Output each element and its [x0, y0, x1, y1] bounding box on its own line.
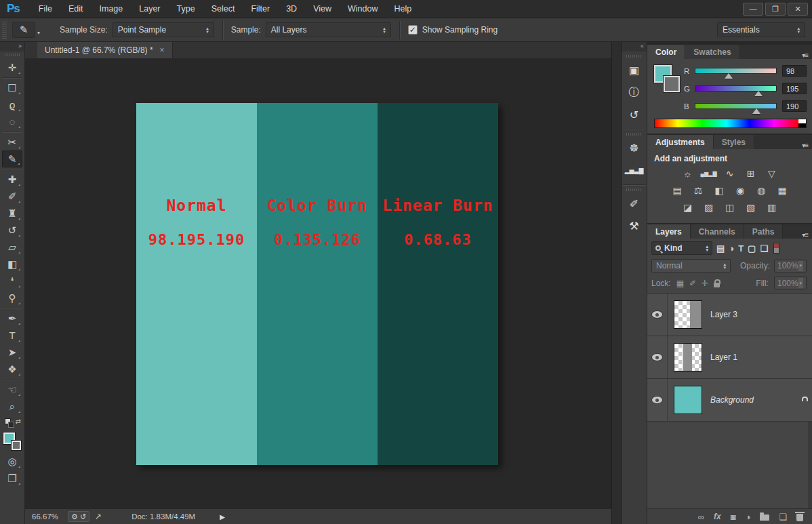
visibility-cell[interactable] [647, 336, 668, 378]
crop-tool[interactable]: ✂ [2, 134, 22, 150]
vibrance-icon[interactable]: ▽ [765, 167, 779, 180]
info-panel-icon[interactable]: ⓘ [624, 81, 645, 104]
add-layer-mask-icon[interactable]: ◙ [731, 512, 736, 522]
layer-name[interactable]: Background [710, 395, 754, 405]
eye-icon[interactable] [652, 354, 662, 361]
tool-preset-caret-icon[interactable]: ▾ [37, 30, 40, 36]
spectrum-endcaps[interactable] [798, 119, 806, 127]
workspace-dropdown[interactable]: Essentials ▴▾ [717, 22, 805, 37]
chevron-down-icon[interactable]: ▾ [798, 261, 803, 271]
screen-mode-button[interactable]: ❐ [2, 470, 22, 487]
color-spectrum-ramp[interactable] [654, 119, 807, 128]
delete-layer-icon[interactable] [796, 514, 803, 521]
spectrum-gradient[interactable] [655, 119, 798, 127]
menu-3d[interactable]: 3D [278, 4, 305, 14]
blend-panel-normal[interactable]: Normal 98.195.190 [136, 103, 257, 465]
menu-help[interactable]: Help [386, 4, 420, 14]
default-colors-widget[interactable]: ⇄ [3, 418, 21, 428]
lock-pixels-icon[interactable]: ✐ [689, 279, 696, 288]
menu-image[interactable]: Image [92, 4, 131, 14]
brush-tool[interactable]: ✐ [2, 188, 22, 205]
clone-stamp-tool[interactable]: ♜ [2, 205, 22, 222]
photo-filter-icon[interactable]: ◉ [733, 184, 748, 197]
toolbar-grip[interactable] [5, 54, 20, 56]
spot-healing-brush-tool[interactable]: ✚ [2, 171, 22, 188]
export-icon[interactable]: ↗ [95, 512, 102, 521]
minimize-button[interactable]: — [743, 3, 763, 16]
visibility-cell[interactable] [647, 294, 668, 336]
blue-value-field[interactable]: 190 [782, 100, 807, 112]
canvas-workspace[interactable]: Normal 98.195.190 Color Burn 0.135.126 L… [25, 58, 611, 508]
selective-color-icon[interactable]: ▥ [765, 201, 779, 214]
layer-thumbnail[interactable] [674, 386, 702, 414]
vertical-scrollbar-track[interactable] [611, 42, 622, 524]
visibility-cell[interactable] [647, 379, 668, 421]
dock-grip[interactable] [626, 188, 643, 191]
link-layers-icon[interactable]: ∞ [698, 512, 704, 522]
posterize-icon[interactable]: ▨ [702, 201, 716, 214]
blend-panel-linear-burn[interactable]: Linear Burn 0.68.63 [378, 103, 498, 465]
pen-tool[interactable]: ✒ [2, 310, 22, 327]
black-swatch[interactable] [798, 123, 806, 127]
chevron-down-icon[interactable]: ▾ [798, 278, 803, 288]
new-adjustment-layer-icon[interactable]: ◑ [745, 512, 750, 522]
properties-panel-icon[interactable]: ▣ [624, 59, 645, 81]
filter-toggle-switch[interactable] [773, 243, 779, 254]
fill-dropdown[interactable]: 100% ▾ [774, 277, 807, 289]
background-color-swatch[interactable] [12, 441, 21, 450]
green-slider[interactable] [695, 85, 777, 92]
channel-mixer-icon[interactable]: ◍ [754, 184, 769, 197]
layer-row-background[interactable]: Background [647, 379, 812, 422]
sample-dropdown[interactable]: All Layers ▴▾ [266, 22, 391, 37]
panel-menu-icon[interactable]: ▾≡ [802, 52, 812, 59]
red-value-field[interactable]: 98 [782, 65, 807, 77]
history-panel-icon[interactable]: ↺ [624, 104, 645, 126]
histogram-panel-icon[interactable]: ▂▅▃▇ [624, 159, 645, 182]
brush-presets-panel-icon[interactable]: ✐ [624, 193, 645, 215]
blue-slider[interactable] [695, 103, 777, 109]
type-tool[interactable]: T [2, 327, 22, 344]
zoom-level-field[interactable]: 66.67% [32, 512, 58, 521]
menu-view[interactable]: View [305, 4, 340, 14]
path-selection-tool[interactable]: ➤ [2, 344, 22, 361]
layer-name[interactable]: Layer 3 [710, 310, 737, 319]
new-group-icon[interactable] [760, 515, 769, 521]
threshold-icon[interactable]: ◫ [723, 201, 737, 214]
smart-objects-filter-icon[interactable]: ❏ [760, 243, 768, 254]
slider-thumb[interactable] [752, 108, 760, 114]
gradient-map-icon[interactable]: ▧ [744, 201, 758, 214]
slider-thumb[interactable] [725, 73, 733, 79]
dock-grip[interactable] [626, 55, 643, 58]
restore-button[interactable]: ❐ [765, 3, 786, 16]
hand-tool[interactable]: ☜ [2, 381, 22, 398]
lasso-tool[interactable]: ϱ [2, 96, 22, 113]
red-slider[interactable] [695, 68, 777, 74]
menu-layer[interactable]: Layer [131, 4, 168, 14]
layer-thumbnail[interactable] [674, 343, 702, 371]
tab-styles[interactable]: Styles [714, 135, 754, 149]
eraser-tool[interactable]: ▱ [2, 239, 22, 256]
black-white-icon[interactable]: ◧ [712, 184, 727, 197]
menu-edit[interactable]: Edit [60, 4, 92, 14]
layer-thumbnail[interactable] [674, 300, 702, 329]
layer-row-layer3[interactable]: Layer 3 [647, 294, 812, 336]
green-value-field[interactable]: 195 [782, 83, 807, 94]
adjustment-layers-filter-icon[interactable]: ◑ [729, 243, 734, 254]
move-tool[interactable]: ✛ [2, 59, 22, 76]
dock-grip[interactable] [626, 133, 643, 136]
new-layer-icon[interactable]: ❏ [779, 512, 787, 522]
layer-style-icon[interactable]: fx [714, 512, 721, 521]
blend-panel-color-burn[interactable]: Color Burn 0.135.126 [257, 103, 378, 465]
rectangular-marquee-tool[interactable]: ☐ [2, 79, 22, 96]
panel-menu-icon[interactable]: ▾≡ [802, 231, 812, 239]
custom-shape-tool[interactable]: ❖ [2, 361, 22, 378]
layer-name[interactable]: Layer 1 [710, 352, 737, 362]
lock-transparency-icon[interactable]: ▦ [676, 279, 684, 288]
shape-layers-filter-icon[interactable]: ▢ [748, 243, 756, 254]
status-popup-arrow-icon[interactable]: ▶ [220, 513, 225, 521]
levels-icon[interactable]: ▄▆▂▇ [702, 167, 716, 180]
layers-empty-area[interactable] [647, 422, 812, 508]
zoom-tool[interactable]: ⌕ [2, 398, 22, 415]
paint-bucket-tool[interactable]: ◧ [2, 256, 22, 273]
pixel-layers-filter-icon[interactable]: ▤ [716, 243, 725, 254]
